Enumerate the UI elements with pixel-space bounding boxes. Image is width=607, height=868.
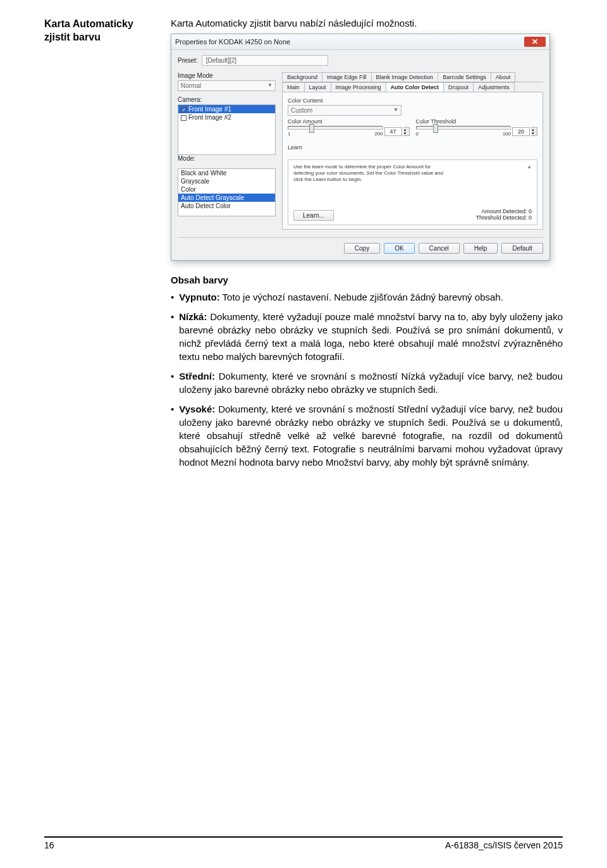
bullet-item: • Střední: Dokumenty, které ve srovnání … <box>171 369 563 396</box>
close-icon[interactable]: ✕ <box>524 37 546 47</box>
tab-background[interactable]: Background <box>282 72 322 82</box>
tab-auto-color-detect[interactable]: Auto Color Detect <box>386 82 445 92</box>
spinner[interactable]: ▲▼ <box>531 127 537 136</box>
bullet-item: • Nízká: Dokumenty, které vyžadují pouze… <box>171 310 563 363</box>
scroll-up-icon[interactable]: ▲ <box>527 164 532 183</box>
camera-label: Camera: <box>178 96 276 103</box>
list-item[interactable]: Black and White <box>178 169 275 177</box>
dialog-titlebar: Properties for KODAK i4250 on None ✕ <box>171 34 549 50</box>
sliders-row: Color Amount 1200 47 ▲▼ <box>288 118 537 137</box>
default-button[interactable]: Default <box>501 243 543 254</box>
mode-listbox[interactable]: Black and White Grayscale Color Auto Det… <box>178 168 276 216</box>
slider-max: 200 <box>374 131 383 137</box>
dialog-title: Properties for KODAK i4250 on None <box>175 38 290 46</box>
color-threshold-value[interactable]: 20 <box>512 127 530 136</box>
list-item[interactable]: Auto Detect Color <box>178 202 275 210</box>
bullet-text: Toto je výchozí nastavení. Nebude zjišťo… <box>220 292 503 302</box>
list-item[interactable]: Color <box>178 185 275 194</box>
image-mode-combo[interactable]: Normal ▼ <box>178 80 276 91</box>
tab-about[interactable]: About <box>491 72 516 82</box>
properties-dialog: Properties for KODAK i4250 on None ✕ Pre… <box>171 34 550 261</box>
page-footer: 16 A-61838_cs/ISIS červen 2015 <box>44 836 563 850</box>
checkbox-icon <box>181 115 187 121</box>
tab-dropout[interactable]: Dropout <box>443 82 474 92</box>
chevron-down-icon: ▼ <box>393 107 398 114</box>
bullet-item: • Vypnuto: Toto je výchozí nastavení. Ne… <box>171 290 563 304</box>
color-amount-slider[interactable] <box>288 126 383 130</box>
tab-layout[interactable]: Layout <box>304 82 331 92</box>
page: Karta Automaticky zjistit barvu Karta Au… <box>0 0 607 868</box>
section-heading: Karta Automaticky zjistit barvu <box>44 18 158 261</box>
tab-blank-image-detection[interactable]: Blank Image Detection <box>371 72 439 82</box>
bullet-icon: • <box>171 402 174 469</box>
threshold-detected: Threshold Detected: 0 <box>475 214 532 221</box>
dialog-right-column: Background Image Edge Fill Blank Image D… <box>282 72 543 230</box>
bullet-text: Dokumenty, které ve srovnání s možností … <box>179 371 563 395</box>
color-content-value: Custom <box>291 107 312 114</box>
tab-image-processing[interactable]: Image Processing <box>331 82 386 92</box>
checkbox-icon: ✓ <box>181 107 187 113</box>
page-number: 16 <box>44 840 54 850</box>
auto-color-detect-pane: Color Content Custom ▼ Color Amount <box>282 92 543 230</box>
color-content-combo[interactable]: Custom ▼ <box>288 105 402 116</box>
detected-values: Amount Detected: 0 Threshold Detected: 0 <box>475 208 532 221</box>
learn-box: Use the learn mode to determine the prop… <box>288 159 537 225</box>
list-item[interactable]: ✓Front Image #1 <box>178 105 275 113</box>
learn-label: Learn <box>288 144 537 151</box>
color-content-label: Color Content <box>288 97 537 104</box>
copy-button[interactable]: Copy <box>344 243 380 254</box>
preset-field[interactable]: [Default][2] <box>202 55 328 66</box>
mode-label: Mode: <box>178 155 276 162</box>
slider-min: 0 <box>416 131 419 137</box>
list-item[interactable]: Auto Detect Grayscale <box>178 194 275 202</box>
bullet-text: Dokumenty, které ve srovnání s možností … <box>179 404 563 468</box>
list-item-label: Front Image #1 <box>188 106 231 113</box>
bullet-text: Dokumenty, které vyžadují pouze malé mno… <box>179 311 563 362</box>
slider-max: 100 <box>503 131 511 137</box>
dialog-midrow: Image Mode Normal ▼ Camera: ✓Front Image… <box>178 72 543 230</box>
bullet-item: • Vysoké: Dokumenty, které ve srovnání s… <box>171 402 563 469</box>
bullet-lead: Vypnuto: <box>179 292 219 302</box>
tab-adjustments[interactable]: Adjustments <box>473 82 515 92</box>
color-amount-block: Color Amount 1200 47 ▲▼ <box>288 118 410 137</box>
ok-button[interactable]: OK <box>384 243 414 254</box>
main-column: Karta Automaticky zjistit barvu nabízí n… <box>171 18 563 261</box>
bullet-icon: • <box>171 310 174 363</box>
tab-barcode-settings[interactable]: Barcode Settings <box>438 72 491 82</box>
tab-image-edge-fill[interactable]: Image Edge Fill <box>322 72 372 82</box>
preset-label: Preset: <box>178 57 198 64</box>
top-row: Karta Automaticky zjistit barvu Karta Au… <box>44 18 563 261</box>
tabs-row-1: Background Image Edge Fill Blank Image D… <box>282 72 543 82</box>
tab-main[interactable]: Main <box>282 82 305 92</box>
bullet-lead: Vysoké: <box>179 404 215 414</box>
camera-listbox[interactable]: ✓Front Image #1 Front Image #2 <box>178 104 276 155</box>
spinner[interactable]: ▲▼ <box>403 127 410 136</box>
learn-text: Use the learn mode to determine the prop… <box>293 164 445 183</box>
help-button[interactable]: Help <box>463 243 498 254</box>
learn-bottom: Learn... Amount Detected: 0 Threshold De… <box>293 208 532 221</box>
dialog-button-row: Copy OK Cancel Help Default <box>178 237 543 254</box>
dialog-body: Preset: [Default][2] Image Mode Normal ▼… <box>171 50 549 260</box>
color-threshold-slider[interactable] <box>416 126 512 130</box>
bullet-icon: • <box>171 290 174 304</box>
chevron-down-icon: ▼ <box>267 82 273 89</box>
color-amount-label: Color Amount <box>288 118 410 125</box>
color-amount-value[interactable]: 47 <box>384 127 402 136</box>
preset-row: Preset: [Default][2] <box>178 55 543 66</box>
list-item-label: Front Image #2 <box>188 114 231 121</box>
bullet-lead: Střední: <box>179 371 215 381</box>
intro-text: Karta Automaticky zjistit barvu nabízí n… <box>171 18 563 28</box>
body-text: Obsah barvy • Vypnuto: Toto je výchozí n… <box>44 273 563 469</box>
cancel-button[interactable]: Cancel <box>419 243 460 254</box>
doc-reference: A-61838_cs/ISIS červen 2015 <box>445 840 563 850</box>
amount-detected: Amount Detected: 0 <box>475 208 532 214</box>
list-item[interactable]: Front Image #2 <box>178 113 275 121</box>
bullet-icon: • <box>171 369 174 396</box>
dialog-left-column: Image Mode Normal ▼ Camera: ✓Front Image… <box>178 72 276 230</box>
image-mode-label: Image Mode <box>178 72 276 79</box>
list-item[interactable]: Grayscale <box>178 177 275 185</box>
learn-button[interactable]: Learn... <box>293 210 334 221</box>
slider-min: 1 <box>288 131 290 137</box>
image-mode-value: Normal <box>181 82 201 89</box>
body-heading: Obsah barvy <box>171 273 563 287</box>
